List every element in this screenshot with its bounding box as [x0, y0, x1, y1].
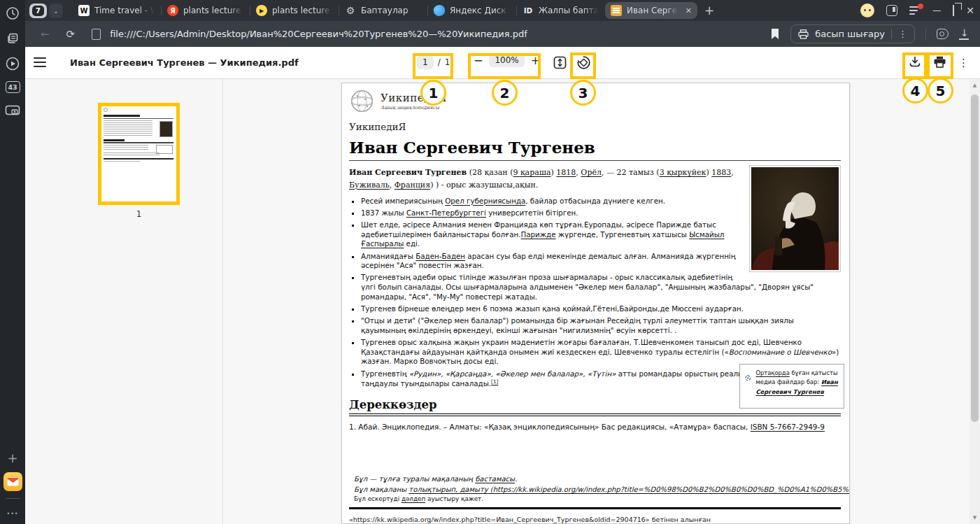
page-divider: / [438, 57, 441, 67]
tab-title: plants lecture: 2 ть [272, 6, 333, 15]
thumbnail-page-label: 1 [98, 209, 180, 219]
stub-notice: Бұл — тұлға туралы мақаланың бастамасы. … [349, 474, 841, 502]
page-counter: 1 / 1 [417, 55, 450, 69]
tab-turgenev-pdf-active[interactable]: Иван Сергееви ✕ [605, 2, 697, 19]
new-tab-button[interactable]: + [704, 3, 714, 17]
yandex-mail-icon[interactable] [3, 472, 22, 491]
retrieved-from-line: «https://kk.wikipedia.org/w/index.php?ti… [349, 516, 841, 523]
tab-list-chevron-icon[interactable]: ⌄ [49, 3, 63, 18]
profile-avatar[interactable] [860, 3, 874, 17]
browser-menu-icon[interactable] [909, 6, 921, 15]
minimize-button[interactable]: — [932, 6, 941, 15]
bullet-item: Тургеневтың әдеби орыс тілінде жазылған … [361, 273, 841, 302]
gear-favicon: ⚙ [345, 5, 356, 16]
pdf-menu-icon[interactable] [34, 57, 46, 67]
thumbnail-panel: 1 [25, 79, 223, 524]
tab-close-icon[interactable]: ✕ [686, 6, 692, 15]
reload-icon[interactable]: ⟳ [66, 28, 76, 41]
tab-plants-lecture-video[interactable]: ▶ plants lecture: 2 ть [250, 1, 339, 20]
browser-sidebar: 43 + ••• [0, 0, 25, 524]
fit-to-page-icon[interactable] [553, 56, 567, 72]
back-icon[interactable]: ← [41, 28, 50, 41]
history-clock-icon[interactable] [5, 6, 20, 21]
tab-title: Иван Сергееви [627, 6, 679, 15]
zoom-out-button[interactable]: − [474, 54, 483, 66]
yandex-favicon: Я [167, 5, 178, 16]
address-bar: ← ⟳ file:///C:/Users/Admin/Desktop/Иван%… [25, 21, 980, 47]
tab-title: Жалпы баптаулар [539, 6, 599, 15]
zoom-in-button[interactable]: + [531, 54, 540, 66]
commons-logo [745, 369, 751, 387]
toolbar-separator [925, 28, 926, 41]
video-play-icon[interactable] [5, 56, 20, 71]
wikipedia-globe-logo [349, 89, 375, 115]
pdf-more-icon[interactable]: ⋮ [958, 57, 969, 69]
turgenev-portrait-image [749, 165, 841, 272]
commons-text: Ортақорда бұған қатысты медиа файлдар ба… [755, 369, 839, 404]
extensions-icon[interactable] [937, 29, 949, 39]
tab-title: Баптаулар [361, 6, 422, 15]
video-favicon: ▶ [256, 5, 267, 16]
reference-line: 1. Абай. Энциклопедия. – Алматы: «Қазақ … [349, 423, 841, 431]
tab-title: plants lecture — Я [183, 6, 244, 15]
tab-settings[interactable]: ⚙ Баптаулар [339, 1, 427, 20]
pdf-viewer: УикипедиЯ Ашық энциклопедиясы УикипедиЯ … [224, 79, 970, 524]
file-icon [92, 29, 101, 40]
pdf-download-icon[interactable] [909, 55, 921, 71]
scroll-down-icon[interactable]: ▼ [970, 515, 980, 521]
close-button[interactable]: ✕ [966, 5, 974, 16]
tab-counter[interactable]: 7 [29, 3, 47, 18]
tab-plants-lecture-search[interactable]: Я plants lecture — Я [162, 1, 250, 20]
scrollbar-thumb[interactable] [971, 94, 979, 422]
wikipedia-header: УикипедиЯ Ашық энциклопедиясы [349, 89, 841, 115]
sidebar-add-icon[interactable]: + [5, 450, 20, 465]
vertical-scrollbar[interactable]: ▲ ▼ [970, 79, 980, 524]
footer-rule [349, 507, 841, 509]
screenshot-icon[interactable] [5, 103, 20, 118]
tab-general-settings[interactable]: ID Жалпы баптаулар [517, 1, 605, 20]
zoom-level[interactable]: 100% [489, 53, 524, 67]
page-total: 1 [445, 57, 450, 67]
tab-time-travel[interactable]: W Time travel - Wikip [73, 1, 161, 20]
pdf-favicon [611, 5, 622, 16]
bullet-item: Тургенев бірнеше өлеңдер мен 6 поэма жаз… [361, 304, 841, 314]
tab-yandex-disk[interactable]: Яндекс Диск [428, 1, 516, 20]
thumbnail-preview [101, 106, 176, 201]
stub-line-1: Бұл — тұлға туралы мақаланың бастамасы. [354, 474, 850, 485]
stub-line-2: Бұл мақаланы толықтырып, дамыту (https:/… [354, 485, 850, 495]
page-thumbnail[interactable] [98, 103, 180, 205]
tabs-stack-icon[interactable] [5, 31, 20, 46]
wiki-logo-subtitle: Ашық энциклопедиясы [381, 105, 447, 111]
sidebar-divider [6, 498, 20, 499]
printer-icon [798, 29, 809, 39]
site-name-line: УикипедиЯ [349, 121, 841, 132]
pdf-print-icon[interactable] [933, 56, 946, 71]
restore-button[interactable] [953, 6, 954, 15]
bookmark-icon[interactable] [770, 28, 780, 40]
side-panel-icon[interactable] [886, 5, 897, 16]
rotate-page-icon[interactable] [576, 55, 591, 73]
wikipedia-favicon: W [78, 5, 90, 16]
pill-divider [891, 29, 892, 39]
downloads-icon[interactable] [959, 29, 969, 40]
scroll-up-icon[interactable]: ▲ [970, 83, 980, 88]
stub-line-3: Бұл ескертуді дәлдеп ауыстыру қажет. [354, 495, 850, 502]
browser-window: 43 + ••• 7 ⌄ W Time travel - Wikip Я pla… [0, 0, 980, 524]
url-text[interactable]: file:///C:/Users/Admin/Desktop/Иван%20Се… [110, 29, 527, 39]
commons-box: Ортақорда бұған қатысты медиа файлдар ба… [739, 364, 844, 409]
tab-title: Time travel - Wikip [94, 6, 155, 15]
page-number-input[interactable]: 1 [417, 55, 434, 69]
tab-count-badge[interactable]: 43 [6, 81, 20, 93]
notification-dot [918, 3, 923, 9]
bullet-item: "Отцы и дети" ("Әкелер мен балалар") ром… [361, 316, 841, 335]
print-options-icon[interactable]: ⋮ [898, 29, 907, 39]
bullet-item: Тургенев орыс халқына жақын украин мәден… [361, 338, 841, 367]
print-page-button[interactable]: басып шығару ⋮ [790, 24, 915, 43]
disk-favicon [433, 4, 446, 17]
pdf-page: УикипедиЯ Ашық энциклопедиясы УикипедиЯ … [341, 83, 850, 524]
sidebar-more-icon[interactable]: ••• [5, 506, 20, 521]
pdf-toolbar: Иван Сергеевич Тургенев — Уикипедия.pdf … [25, 47, 980, 79]
tab-title: Яндекс Диск [450, 6, 511, 15]
print-page-label: басып шығару [815, 29, 885, 39]
article-title: Иван Сергеевич Тургенев [349, 138, 841, 161]
